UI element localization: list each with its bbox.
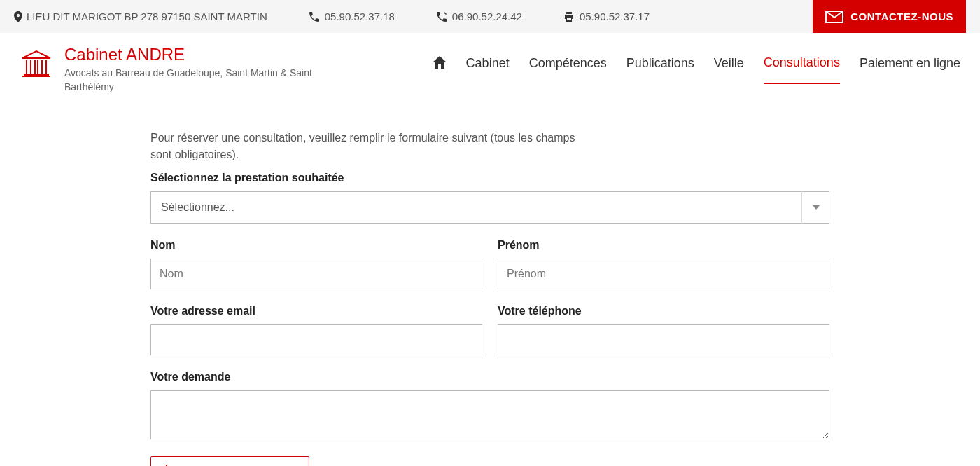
email-label: Votre adresse email	[150, 305, 482, 317]
nom-label: Nom	[150, 239, 482, 252]
phone-icon	[309, 12, 319, 22]
address-block: LIEU DIT MARIGOT BP 278 97150 SAINT MART…	[14, 11, 267, 22]
nav-competences[interactable]: Compétences	[529, 56, 607, 83]
form-intro-text: Pour réserver une consultation, veuillez…	[150, 130, 598, 163]
nav-publications[interactable]: Publications	[626, 56, 694, 83]
nav-cabinet[interactable]: Cabinet	[466, 56, 510, 83]
fax-icon	[564, 12, 574, 22]
top-info-bar: LIEU DIT MARIGOT BP 278 97150 SAINT MART…	[0, 0, 980, 33]
location-pin-icon	[14, 11, 22, 22]
fax-block: 05.90.52.37.17	[564, 11, 650, 22]
demande-label: Votre demande	[150, 371, 830, 383]
envelope-icon	[825, 11, 844, 23]
prestation-select[interactable]: Sélectionnez...	[150, 191, 830, 224]
home-icon	[433, 56, 447, 69]
fax-text: 05.90.52.37.17	[580, 11, 650, 22]
contact-us-button[interactable]: CONTACTEZ-NOUS	[813, 0, 966, 33]
telephone-input[interactable]	[498, 324, 830, 355]
courthouse-logo-icon	[20, 50, 53, 78]
email-input[interactable]	[150, 324, 482, 355]
phone-1-text: 05.90.52.37.18	[325, 11, 395, 22]
brand-subtitle: Avocats au Barreau de Guadeloupe, Saint …	[64, 67, 314, 94]
add-attachment-label: Ajouter des pièces jointes	[178, 464, 298, 466]
nav-paiement[interactable]: Paiement en ligne	[860, 56, 960, 83]
prestation-select-wrapper: Sélectionnez...	[150, 191, 830, 224]
nav-consultations[interactable]: Consultations	[764, 55, 840, 84]
telephone-label: Votre téléphone	[498, 305, 830, 317]
nav-veille[interactable]: Veille	[714, 56, 744, 83]
brand-block[interactable]: Cabinet ANDRE Avocats au Barreau de Guad…	[20, 46, 314, 95]
prenom-label: Prénom	[498, 239, 830, 252]
nom-input[interactable]	[150, 259, 482, 289]
demande-textarea[interactable]	[150, 390, 830, 439]
phone-2-block: 06.90.52.24.42	[437, 11, 522, 22]
contact-us-label: CONTACTEZ-NOUS	[850, 11, 953, 22]
main-navigation: Cabinet Compétences Publications Veille …	[433, 46, 960, 84]
brand-name: Cabinet ANDRE	[64, 46, 314, 64]
phone-2-text: 06.90.52.24.42	[452, 11, 522, 22]
add-attachment-button[interactable]: Ajouter des pièces jointes	[150, 456, 309, 466]
mobile-phone-icon	[437, 12, 447, 22]
address-text: LIEU DIT MARIGOT BP 278 97150 SAINT MART…	[27, 11, 267, 22]
prestation-label: Sélectionnez la prestation souhaitée	[150, 172, 830, 184]
consultation-form-section: Pour réserver une consultation, veuillez…	[136, 130, 844, 466]
phone-1-block: 05.90.52.37.18	[309, 11, 395, 22]
nav-home[interactable]	[433, 56, 447, 84]
prenom-input[interactable]	[498, 259, 830, 289]
site-header: Cabinet ANDRE Avocats au Barreau de Guad…	[0, 33, 980, 95]
